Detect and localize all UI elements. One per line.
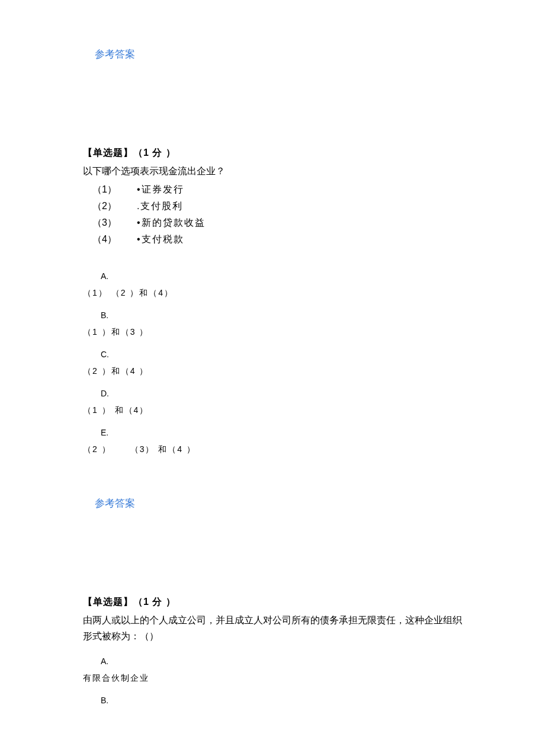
option-value-a: （1） （2 ）和（4） <box>83 288 462 299</box>
list-item: （4）•支付税款 <box>92 231 462 248</box>
q2-text: 由两人或以上的个人成立公司，并且成立人对公司所有的债务承担无限责任，这种企业组织… <box>83 612 462 644</box>
item-num: （1） <box>92 181 137 198</box>
q1-text: 以下哪个选项表示现金流出企业？ <box>83 163 462 179</box>
bullet-icon: • <box>137 181 142 198</box>
option-value-d: （1 ） 和（4） <box>83 405 462 416</box>
question-2: 【单选题】（1 分 ） 由两人或以上的个人成立公司，并且成立人对公司所有的债务承… <box>83 596 462 704</box>
option-label-e: E. <box>101 428 462 437</box>
q1-items: （1）•证券发行 （2）.支付股利 （3）•新的贷款收益 （4）•支付税款 <box>92 181 462 248</box>
option-label-c: C. <box>101 350 462 359</box>
option-label-a: A. <box>101 271 462 281</box>
q2-header: 【单选题】（1 分 ） <box>83 596 462 608</box>
spacer <box>83 114 462 147</box>
option-value-b: （1 ）和（3 ） <box>83 327 462 338</box>
spacer <box>83 563 462 596</box>
item-num: （4） <box>92 231 137 248</box>
option-value-e: （2 ） （3） 和（4 ） <box>83 444 462 455</box>
item-text: 证券发行 <box>142 184 184 194</box>
option-label-b: B. <box>101 696 462 705</box>
option-label-b: B. <box>101 310 462 320</box>
list-item: （3）•新的贷款收益 <box>92 214 462 231</box>
option-value-c: （2 ）和（4 ） <box>83 366 462 377</box>
item-num: （2） <box>92 198 137 214</box>
item-text: 支付股利 <box>140 201 183 211</box>
bullet-icon: • <box>137 214 142 231</box>
spacer <box>83 647 462 656</box>
item-text: 支付税款 <box>142 234 184 244</box>
list-item: （1）•证券发行 <box>92 181 462 198</box>
question-1: 【单选题】（1 分 ） 以下哪个选项表示现金流出企业？ （1）•证券发行 （2）… <box>83 147 462 455</box>
answer-link-2[interactable]: 参考答案 <box>95 496 135 510</box>
q1-options: A. （1） （2 ）和（4） B. （1 ）和（3 ） C. （2 ）和（4 … <box>83 271 462 455</box>
option-label-d: D. <box>101 389 462 398</box>
option-label-a: A. <box>101 656 462 666</box>
item-num: （3） <box>92 214 137 231</box>
page-container: 参考答案 【单选题】（1 分 ） 以下哪个选项表示现金流出企业？ （1）•证券发… <box>0 0 545 705</box>
list-item: （2）.支付股利 <box>92 198 462 214</box>
answer-link-1[interactable]: 参考答案 <box>95 47 135 61</box>
option-value-a: 有限合伙制企业 <box>83 673 462 684</box>
item-text: 新的贷款收益 <box>142 217 206 228</box>
q2-options: A. 有限合伙制企业 B. <box>83 656 462 705</box>
q1-header: 【单选题】（1 分 ） <box>83 147 462 159</box>
bullet-icon: • <box>137 231 142 248</box>
